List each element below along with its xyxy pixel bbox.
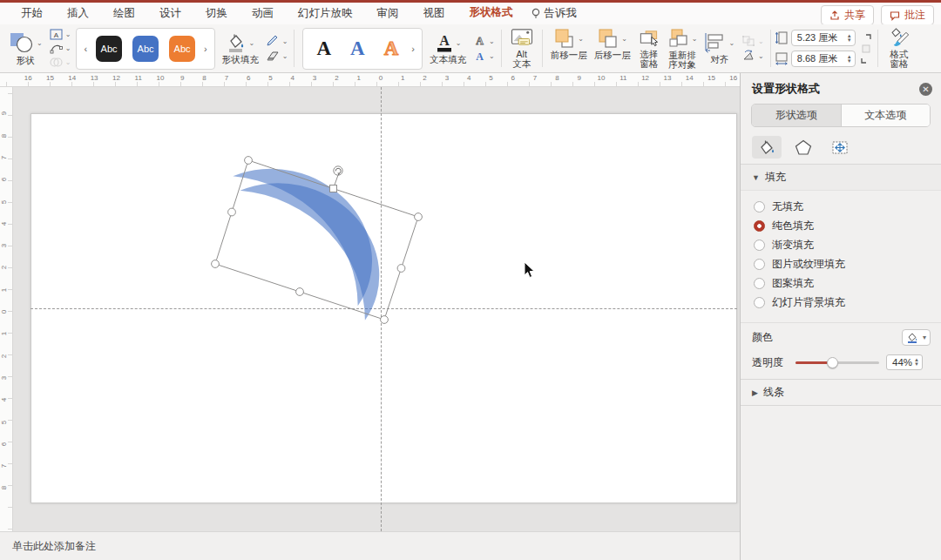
text-fill-button[interactable]: A ⌄ 文本填充 — [426, 30, 470, 66]
chevron-down-icon: ⌄ — [758, 52, 764, 60]
menu-bar: 开始 插入 绘图 设计 切换 动画 幻灯片放映 审阅 视图 形状格式 告诉我 共… — [0, 3, 941, 24]
format-pane-button[interactable]: 格式 窗格 — [883, 26, 916, 71]
rotate-handle[interactable] — [334, 166, 342, 175]
group-objects-button: ⌄ — [740, 35, 766, 47]
insert-shapes-button[interactable]: ⌄ 形状 — [5, 30, 46, 67]
slider-thumb[interactable] — [827, 357, 838, 368]
wordart-style-orange[interactable]: A — [384, 37, 399, 60]
chevron-down-icon: ⌄ — [692, 35, 698, 43]
shape-style-chip-orange[interactable]: Abc — [169, 36, 195, 62]
send-backward-button[interactable]: ⌄ 后移一层 — [591, 26, 634, 71]
chevron-down-icon: ⌄ — [282, 52, 288, 60]
chevron-down-icon: ⌄ — [621, 35, 627, 43]
wordart-styles-gallery: A A A › — [302, 28, 423, 70]
tab-view[interactable]: 视图 — [423, 3, 446, 25]
line-section-header[interactable]: ▶ 线条 — [741, 379, 941, 406]
shape-width-input[interactable]: 8.68 厘米 ▲▼ — [791, 51, 856, 67]
tab-insert[interactable]: 插入 — [66, 3, 90, 25]
bring-forward-button[interactable]: ⌄ 前移一层 — [547, 26, 591, 71]
crop-marks-icon — [859, 31, 873, 66]
handle-bottom-right[interactable] — [381, 316, 389, 324]
selection-pane-button[interactable]: 选择 窗格 — [634, 26, 664, 71]
tab-text-options[interactable]: 文本选项 — [841, 105, 931, 126]
gallery-next-button[interactable]: › — [408, 44, 418, 54]
svg-text:A: A — [54, 31, 59, 39]
fill-option-none[interactable]: 无填充 — [754, 200, 941, 213]
effects-tab[interactable] — [789, 136, 818, 159]
fill-option-gradient[interactable]: 渐变填充 — [754, 239, 941, 252]
wordart-style-black[interactable]: A — [316, 37, 331, 60]
size-properties-tab[interactable] — [825, 136, 855, 159]
tab-design[interactable]: 设计 — [159, 3, 182, 25]
fill-option-picture[interactable]: 图片或纹理填充 — [754, 258, 941, 271]
ribbon-divider — [542, 30, 543, 67]
shape-outline-button[interactable]: ⌄ — [264, 35, 290, 47]
ribbon-divider — [294, 30, 294, 67]
tell-me[interactable]: 告诉我 — [531, 6, 578, 21]
shape-style-chip-black[interactable]: Abc — [96, 36, 122, 62]
shape-fill-button[interactable]: ⌄ 形状填充 — [219, 30, 262, 66]
fill-color-button[interactable]: ▾ — [902, 329, 931, 346]
align-icon — [704, 32, 727, 53]
wordart-style-blue[interactable]: A — [350, 37, 365, 60]
comment-icon — [890, 10, 900, 21]
gallery-prev-button[interactable]: ‹ — [80, 44, 91, 54]
tab-draw[interactable]: 绘图 — [112, 3, 136, 25]
shapes-icon — [9, 31, 35, 54]
tab-transitions[interactable]: 切换 — [205, 3, 228, 25]
shape-effects-button[interactable]: ⌄ — [264, 50, 290, 62]
transparency-slider[interactable] — [795, 357, 879, 368]
width-stepper[interactable]: ▲▼ — [847, 55, 852, 64]
share-button[interactable]: 共享 — [821, 5, 874, 25]
tab-shape-format[interactable]: 形状格式 — [469, 2, 514, 26]
transparency-value-input[interactable]: 44% ▲▼ — [886, 354, 923, 370]
close-icon[interactable]: ✕ — [919, 83, 932, 96]
chevron-down-icon: ⌄ — [456, 39, 462, 47]
transparency-stepper[interactable]: ▲▼ — [914, 358, 919, 367]
svg-text:A: A — [476, 35, 484, 47]
shape-height-input[interactable]: 5.23 厘米 ▲▼ — [791, 30, 856, 46]
panel-tabs: 形状选项 文本选项 — [751, 104, 931, 127]
tab-home[interactable]: 开始 — [20, 3, 44, 25]
shape-style-chip-blue[interactable]: Abc — [132, 36, 159, 62]
chevron-down-icon: ⌄ — [758, 37, 764, 45]
handle-left[interactable] — [228, 208, 236, 216]
comments-button[interactable]: 批注 — [881, 5, 934, 25]
reorder-objects-button[interactable]: ⌄ 重新排 序对象 — [664, 26, 701, 71]
tab-review[interactable]: 审阅 — [376, 3, 400, 25]
align-button[interactable]: ⌄ 对齐 — [701, 30, 738, 66]
text-box-button[interactable]: A ⌄ — [48, 29, 73, 40]
fill-line-tab[interactable] — [752, 136, 782, 159]
fill-option-solid[interactable]: 纯色填充 — [754, 219, 941, 233]
share-icon — [829, 10, 840, 21]
gallery-next-button[interactable]: › — [200, 44, 211, 54]
text-effects-button[interactable]: A ⌄ — [471, 50, 497, 62]
handle-top-left[interactable] — [245, 157, 253, 165]
fill-option-background[interactable]: 幻灯片背景填充 — [754, 296, 941, 309]
crescent-shape[interactable] — [203, 153, 406, 321]
chevron-down-icon: ⌄ — [489, 37, 495, 45]
height-stepper[interactable]: ▲▼ — [847, 34, 852, 43]
mouse-cursor — [524, 261, 536, 279]
ribbon-divider — [770, 30, 771, 67]
size-group: 5.23 厘米 ▲▼ 8.68 厘米 ▲▼ — [775, 26, 873, 71]
fill-option-pattern[interactable]: 图案填充 — [754, 277, 941, 290]
notes-placeholder[interactable]: 单击此处添加备注 — [12, 539, 96, 554]
edit-shape-button[interactable]: ⌄ — [48, 43, 73, 54]
text-outline-button[interactable]: A ⌄ — [471, 35, 497, 47]
handle-top-right[interactable] — [415, 213, 423, 221]
notes-pane[interactable]: 单击此处添加备注 — [0, 531, 740, 560]
radio-icon — [754, 259, 765, 270]
chevron-down-icon: ⌄ — [489, 52, 495, 60]
fill-section-header[interactable]: ▼ 填充 — [741, 165, 941, 191]
handle-right[interactable] — [397, 265, 405, 273]
alt-text-button[interactable]: Alt 文本 — [506, 26, 538, 71]
handle-top[interactable] — [330, 186, 337, 192]
tab-slideshow[interactable]: 幻灯片放映 — [297, 3, 354, 25]
tab-shape-options[interactable]: 形状选项 — [752, 105, 841, 126]
tab-animations[interactable]: 动画 — [251, 3, 274, 25]
text-box-icon: A — [50, 29, 63, 40]
handle-bottom-left[interactable] — [212, 260, 220, 268]
rotate-objects-button[interactable]: ⌄ — [740, 50, 766, 62]
handle-bottom[interactable] — [296, 288, 304, 296]
